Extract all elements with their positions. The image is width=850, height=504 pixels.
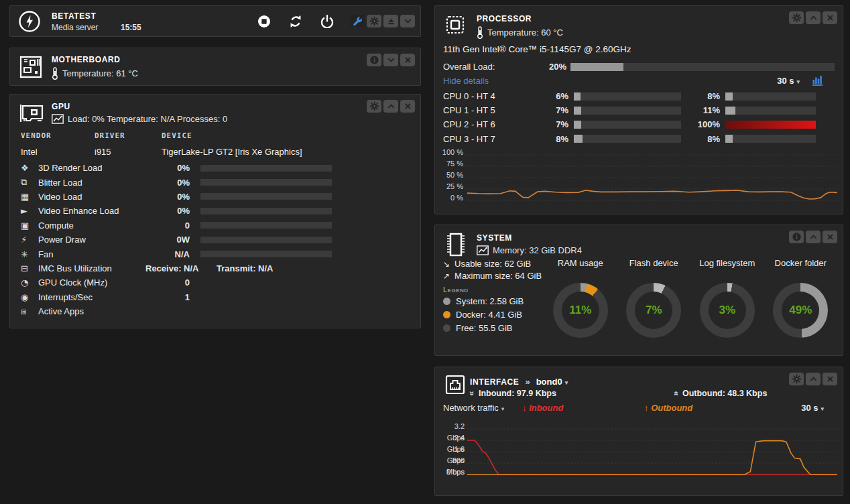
cpu-core-load1: 6% <box>532 91 568 101</box>
close-icon <box>403 101 413 111</box>
gpu-metric-row: ✳FanN/A <box>21 247 410 261</box>
usage-donut: 11% <box>553 283 608 338</box>
gpu-metric-label: Video Enhance Load <box>38 206 145 216</box>
inbound-rate: » Inbound: 97.9 Kbps <box>470 389 556 398</box>
gpu-metric-bar-cell <box>200 179 410 186</box>
gpu-metric-row: ▦Video Load0% <box>21 190 410 204</box>
gpu-metric-bar-cell: Transmit: N/A <box>200 262 410 274</box>
gpu-metric-label: Blitter Load <box>38 178 145 188</box>
gpu-metric-row: ⊟IMC Bus UtilizationReceive: N/ATransmit… <box>21 261 410 275</box>
legend-item: Free: 55.5 GiB <box>443 322 524 335</box>
interrupts-icon: ◉ <box>21 292 38 302</box>
cpu-core-bar2-fill <box>725 135 733 143</box>
cpu-icon <box>443 13 467 37</box>
close-button[interactable] <box>400 100 415 113</box>
shrink-arrow-icon: ↘ <box>443 259 450 269</box>
interval-dropdown[interactable]: 30 s▾ <box>801 403 824 413</box>
donut-percent: 49% <box>789 304 812 317</box>
interface-panel: INTERFACE » bond0▾ » Inbound: 97.9 Kbps … <box>434 367 843 496</box>
system-title: SYSTEM <box>477 233 512 243</box>
chevron-up-icon <box>808 13 818 23</box>
inbound-legend: ↓ Inbound <box>522 403 563 413</box>
server-panel: BETATEST Media server 15:55 <box>9 5 421 37</box>
imc-bus-icon: ⊟ <box>21 263 38 273</box>
info-button[interactable] <box>367 54 381 66</box>
settings-button[interactable] <box>367 100 381 113</box>
traffic-type-dropdown[interactable]: Network traffic▾ <box>443 403 504 413</box>
y-axis-label: 25 % <box>435 181 463 192</box>
y-axis-label: 0 % <box>435 192 463 204</box>
wrench-button[interactable] <box>350 15 365 27</box>
caret-icon: ▾ <box>565 379 568 386</box>
gpu-metric-bar-cell <box>200 237 410 243</box>
eject-button[interactable] <box>383 15 398 27</box>
refresh-icon[interactable] <box>289 15 302 28</box>
cpu-core-label: CPU 2 - HT 6 <box>443 119 532 129</box>
power-icon[interactable] <box>320 15 334 28</box>
line-chart-icon <box>52 114 64 124</box>
expand-button[interactable] <box>383 54 398 66</box>
cpu-core-bar2-fill <box>725 92 733 101</box>
outbound-rate: » Outbound: 48.3 Kbps <box>674 389 767 398</box>
close-button[interactable] <box>400 54 415 66</box>
cpu-load-chart: 100 %75 %50 %25 %0 % <box>435 147 835 208</box>
cpu-core-label: CPU 3 - HT 7 <box>443 134 532 144</box>
gpu-metric-bar <box>200 237 332 243</box>
processor-panel-buttons <box>789 11 837 24</box>
gpu-cell: Intel <box>21 147 95 157</box>
device-dropdown[interactable]: bond0▾ <box>536 377 568 387</box>
histogram-view-icon[interactable] <box>812 75 823 86</box>
gpu-metric-bar <box>200 179 332 186</box>
gpu-metric-label: IMC Bus Utilization <box>38 263 145 273</box>
system-subtitle: Memory: 32 GiB DDR4 <box>477 245 582 255</box>
close-button[interactable] <box>823 373 837 385</box>
settings-button[interactable] <box>367 15 381 27</box>
hide-details-link[interactable]: Hide details <box>443 76 489 86</box>
close-button[interactable] <box>823 11 837 24</box>
donut-label: RAM usage <box>552 257 609 283</box>
collapse-button[interactable] <box>400 15 415 27</box>
collapse-button[interactable] <box>806 11 821 24</box>
stop-icon[interactable] <box>257 15 271 28</box>
gpu-metric-row: ◉Interrupts/Sec1 <box>21 290 410 304</box>
gpu-metric-bar <box>200 165 332 172</box>
gpu-metric-row: ◔GPU Clock (MHz)0 <box>21 275 410 290</box>
gpu-metric-value: 0 <box>145 277 190 288</box>
legend-item: Docker: 4.41 GiB <box>443 308 524 321</box>
gpu-metric-row: ▣Compute0 <box>21 218 410 233</box>
interval-dropdown[interactable]: 30 s▾ <box>777 76 800 86</box>
cpu-core-bar1 <box>574 121 681 129</box>
cpu-core-load2: 8% <box>681 134 720 144</box>
interface-title: INTERFACE <box>470 377 519 387</box>
traffic-controls: Network traffic▾ ↓ Inbound ↑ Outbound 30… <box>443 403 835 413</box>
system-panel: SYSTEM Memory: 32 GiB DDR4 <box>434 225 843 356</box>
usage-donut: 3% <box>700 283 755 338</box>
server-power-logo-icon <box>18 10 41 33</box>
caret-icon: ▾ <box>796 78 800 85</box>
chevron-up-icon <box>808 232 818 242</box>
usable-size: ↘ Usable size: 62 GiB <box>443 259 531 269</box>
legend-item: System: 2.58 GiB <box>443 294 524 308</box>
network-traffic-chart: 3.2 Gbps2.4 Gbps1.6 Gbps800 Mbps0 bps <box>435 421 835 483</box>
close-button[interactable] <box>823 231 837 243</box>
collapse-button[interactable] <box>806 373 821 385</box>
thermometer-icon <box>52 67 58 80</box>
donut-column: RAM usage11% <box>544 257 617 338</box>
settings-button[interactable] <box>789 373 804 385</box>
cpu-load-series <box>467 190 837 199</box>
collapse-button[interactable] <box>383 100 398 113</box>
gpu-metric-row: ⧉Blitter Load0% <box>21 175 410 189</box>
line-chart-icon <box>477 245 489 255</box>
gpu-metric-value: 0% <box>145 178 190 188</box>
collapse-button[interactable] <box>806 231 821 243</box>
chevron-down-icon <box>403 16 413 26</box>
outbound-series <box>467 441 837 475</box>
compute-icon: ▣ <box>21 220 38 231</box>
gpu-metric-value: Receive: N/A <box>145 263 190 273</box>
cpu-core-load1: 7% <box>532 119 568 129</box>
cpu-core-bar1-fill <box>574 107 581 115</box>
donut-column: Docker folder49% <box>764 257 838 338</box>
info-button[interactable] <box>789 231 804 243</box>
gpu-metric-row: ❖3D Render Load0% <box>21 161 410 175</box>
settings-button[interactable] <box>789 11 804 24</box>
